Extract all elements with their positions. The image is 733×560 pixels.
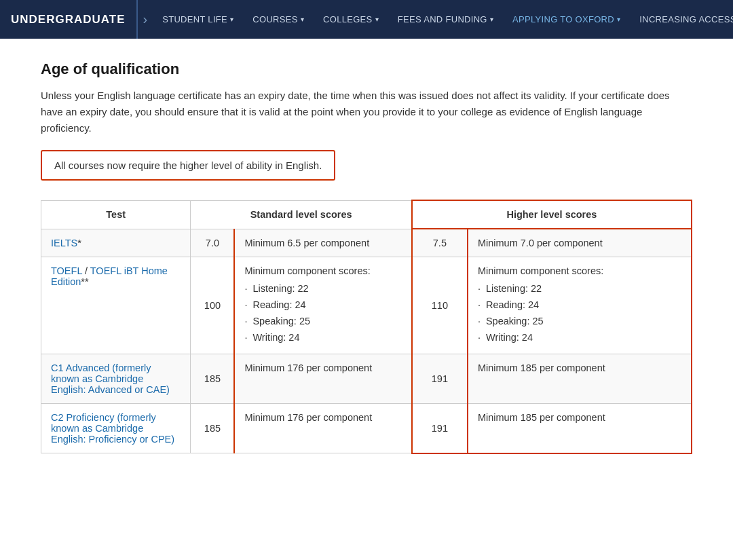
std-desc-text: Minimum 176 per component <box>244 412 372 423</box>
cell-std-score-3: 185 <box>191 404 234 453</box>
header-standard: Standard level scores <box>191 200 412 229</box>
nav-arrow-icon: ▾ <box>301 16 304 23</box>
std-desc-header: Minimum component scores: <box>244 265 370 276</box>
std-desc-text: Minimum 176 per component <box>244 362 372 373</box>
nav-arrow-icon: ▾ <box>490 16 493 23</box>
high-desc-item: Writing: 24 <box>478 329 681 346</box>
test-link[interactable]: C1 Advanced (formerly known as Cambridge… <box>51 362 170 395</box>
nav-item-colleges[interactable]: COLLEGES ▾ <box>314 0 388 39</box>
cell-test-1: TOEFL / TOEFL iBT Home Edition** <box>41 257 191 354</box>
cell-std-desc-1: Minimum component scores:Listening: 22Re… <box>234 257 411 354</box>
std-desc-item: Speaking: 25 <box>244 313 401 329</box>
cell-high-score-1: 110 <box>412 257 468 354</box>
high-desc-item: Speaking: 25 <box>478 313 681 329</box>
high-score-value: 110 <box>432 300 448 311</box>
cell-high-desc-2: Minimum 185 per component <box>468 354 692 404</box>
cell-std-desc-2: Minimum 176 per component <box>234 354 411 404</box>
test-link[interactable]: C2 Proficiency (formerly known as Cambri… <box>51 412 174 445</box>
nav-item-courses[interactable]: COURSES ▾ <box>243 0 314 39</box>
cell-std-desc-0: Minimum 6.5 per component <box>234 229 411 257</box>
cell-high-desc-1: Minimum component scores:Listening: 22Re… <box>468 257 692 354</box>
high-desc-text: Minimum 185 per component <box>478 412 605 423</box>
cell-test-2: C1 Advanced (formerly known as Cambridge… <box>41 354 191 404</box>
scores-table: Test Standard level scores Higher level … <box>41 200 692 454</box>
test-suffix: ** <box>81 276 88 287</box>
nav-separator-icon: › <box>138 12 153 27</box>
page-content: Age of qualification Unless your English… <box>14 39 719 481</box>
high-desc-header: Minimum component scores: <box>478 265 603 276</box>
highlight-text: All courses now require the higher level… <box>54 160 322 171</box>
test-link[interactable]: IELTS <box>51 238 77 248</box>
nav-item-student-life[interactable]: STUDENT LIFE ▾ <box>153 0 243 39</box>
high-desc-item: Reading: 24 <box>478 297 681 313</box>
cell-test-0: IELTS* <box>41 229 191 257</box>
std-score-value: 185 <box>204 373 221 384</box>
cell-std-desc-3: Minimum 176 per component <box>234 404 411 453</box>
cell-high-desc-0: Minimum 7.0 per component <box>468 229 692 257</box>
cell-std-score-2: 185 <box>191 354 234 404</box>
table-row: IELTS*7.0Minimum 6.5 per component7.5Min… <box>41 229 692 257</box>
table-row: C2 Proficiency (formerly known as Cambri… <box>41 404 692 453</box>
std-score-value: 100 <box>204 300 221 311</box>
intro-paragraph: Unless your English language certificate… <box>41 88 692 136</box>
high-desc-item: Listening: 22 <box>478 280 681 297</box>
high-score-value: 191 <box>432 423 448 434</box>
cell-high-score-2: 191 <box>412 354 468 404</box>
std-score-value: 185 <box>204 423 221 434</box>
test-link[interactable]: TOEFL <box>51 265 82 276</box>
std-desc-text: Minimum 6.5 per component <box>244 238 369 248</box>
cell-std-score-0: 7.0 <box>191 229 234 257</box>
high-score-value: 7.5 <box>433 238 447 248</box>
main-nav: UNDERGRADUATE › STUDENT LIFE ▾COURSES ▾C… <box>0 0 733 39</box>
high-score-value: 191 <box>432 373 448 384</box>
header-higher: Higher level scores <box>412 200 692 229</box>
highlight-notice: All courses now require the higher level… <box>41 150 335 181</box>
cell-high-desc-3: Minimum 185 per component <box>468 404 692 453</box>
std-desc-item: Listening: 22 <box>244 280 401 297</box>
std-desc-item: Reading: 24 <box>244 297 401 313</box>
std-score-value: 7.0 <box>206 238 219 248</box>
std-desc-item: Writing: 24 <box>244 329 401 346</box>
nav-brand: UNDERGRADUATE <box>0 0 138 39</box>
cell-std-score-1: 100 <box>191 257 234 354</box>
nav-item-fees-and-funding[interactable]: FEES AND FUNDING ▾ <box>388 0 503 39</box>
header-test: Test <box>41 200 191 229</box>
cell-high-score-0: 7.5 <box>412 229 468 257</box>
nav-arrow-icon: ▾ <box>375 16 379 23</box>
nav-arrow-icon: ▾ <box>617 16 620 23</box>
table-row: C1 Advanced (formerly known as Cambridge… <box>41 354 692 404</box>
test-suffix: * <box>77 238 81 248</box>
high-desc-text: Minimum 185 per component <box>478 362 605 373</box>
cell-high-score-3: 191 <box>412 404 468 453</box>
cell-test-3: C2 Proficiency (formerly known as Cambri… <box>41 404 191 453</box>
test-suffix: / <box>82 265 90 276</box>
page-title: Age of qualification <box>41 60 692 78</box>
nav-item-applying-to-oxford[interactable]: APPLYING TO OXFORD ▾ <box>503 0 630 39</box>
nav-arrow-icon: ▾ <box>230 16 233 23</box>
nav-item-increasing-access[interactable]: INCREASING ACCESS ▾ <box>630 0 733 39</box>
nav-items: STUDENT LIFE ▾COURSES ▾COLLEGES ▾FEES AN… <box>153 0 733 39</box>
table-header-row: Test Standard level scores Higher level … <box>41 200 692 229</box>
table-row: TOEFL / TOEFL iBT Home Edition**100Minim… <box>41 257 692 354</box>
high-desc-text: Minimum 7.0 per component <box>478 238 603 248</box>
